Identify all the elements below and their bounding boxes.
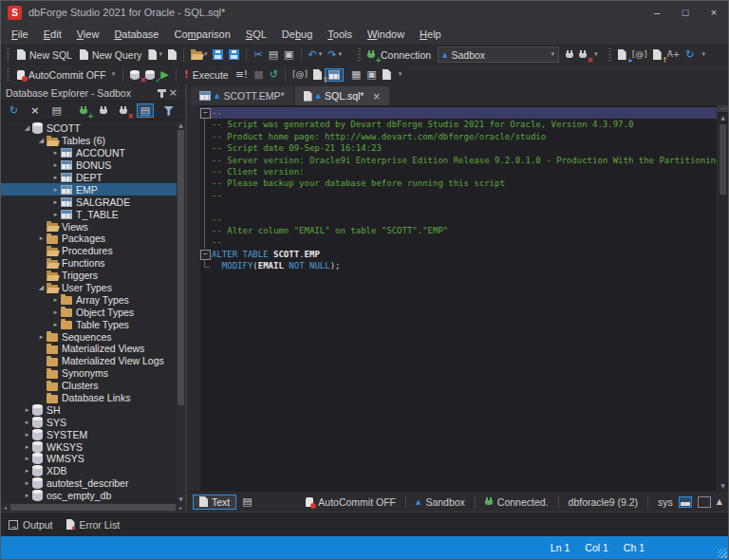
autocommit-status[interactable]: AutoCommit OFF: [306, 496, 396, 508]
layout-single-icon[interactable]: [698, 496, 711, 508]
code-line[interactable]: --: [200, 190, 717, 201]
stop-button[interactable]: ■: [251, 67, 266, 82]
tree-item-scott[interactable]: ◢SCOTT: [1, 122, 177, 135]
tree-item-user-types[interactable]: ◢User Types: [1, 282, 177, 294]
expander-icon[interactable]: ▸: [50, 308, 61, 316]
expander-icon[interactable]: ▸: [22, 467, 32, 475]
refresh-button[interactable]: ↻: [682, 47, 697, 62]
refresh-tree-button[interactable]: ↻: [7, 103, 21, 118]
menu-sql[interactable]: SQL: [238, 27, 274, 42]
expander-icon[interactable]: ▸: [50, 211, 61, 218]
code-line[interactable]: -- Product home page: http://www.devart.…: [200, 131, 717, 142]
scroll-down-icon[interactable]: ▼: [718, 481, 728, 491]
tab-error-list[interactable]: Error List: [66, 519, 121, 531]
filter-button[interactable]: [160, 104, 177, 118]
save-all-button[interactable]: [226, 47, 242, 62]
expander-icon[interactable]: ▸: [50, 186, 61, 194]
group-by-button[interactable]: ▤: [137, 103, 154, 118]
tree-item-account[interactable]: ▸ACCOUNT: [1, 147, 177, 159]
tree-item-wksys[interactable]: ▸WKSYS: [1, 440, 177, 453]
tree-horizontal-scrollbar[interactable]: ◂ ▸: [1, 503, 185, 512]
scrollbar-thumb[interactable]: [178, 130, 184, 405]
expander-icon[interactable]: ▸: [22, 431, 32, 439]
export-button[interactable]: ▸: [615, 47, 629, 62]
rename-button[interactable]: ↑: [650, 47, 664, 62]
undo-button[interactable]: ↶ ▾: [306, 47, 326, 62]
expander-icon[interactable]: ▸: [36, 234, 47, 242]
scroll-up-icon[interactable]: ▲: [718, 113, 728, 122]
expander-icon[interactable]: ▸: [50, 198, 61, 206]
fold-toggle-icon[interactable]: [200, 249, 212, 260]
new-object-button[interactable]: [165, 47, 179, 62]
connection-select[interactable]: ▲ Sadbox ▾: [438, 47, 559, 63]
connect-button[interactable]: [97, 104, 110, 118]
copy-button[interactable]: ▤: [266, 47, 281, 62]
disconnect-button[interactable]: ×: [576, 48, 589, 62]
scrollbar-thumb[interactable]: [10, 504, 176, 511]
redo-button[interactable]: ↷ ▾: [325, 47, 345, 62]
code-line[interactable]: -- Client version:: [200, 166, 717, 177]
splitter-handle[interactable]: [718, 105, 728, 113]
connection-status[interactable]: ▲ Sandbox: [416, 496, 465, 508]
tree-item-tables-6[interactable]: ◢Tables (6): [1, 135, 177, 147]
view-image-button[interactable]: ▣: [364, 67, 379, 82]
disconnect-button[interactable]: ×: [117, 104, 130, 118]
expander-icon[interactable]: ▸: [22, 406, 32, 414]
delete-button[interactable]: ×: [28, 103, 42, 118]
tree-item-object-types[interactable]: ▸Object Types: [1, 306, 177, 318]
code-line[interactable]: -- Script was generated by Devart dbForg…: [200, 119, 717, 130]
pin-button[interactable]: [158, 86, 166, 100]
font-size-button[interactable]: A+: [664, 48, 683, 61]
close-button[interactable]: ×: [700, 7, 728, 18]
tree-item-wmsys[interactable]: ▸WMSYS: [1, 453, 177, 465]
pages-icon[interactable]: ▤: [242, 496, 252, 507]
execute-script-button[interactable]: ≡!: [233, 67, 252, 82]
tree-item-procedures[interactable]: Procedures: [1, 245, 177, 257]
expander-icon[interactable]: ▸: [22, 479, 32, 487]
cut-button[interactable]: ✂: [251, 47, 265, 62]
tree-item-materialized-views[interactable]: Materialized Views: [1, 343, 177, 355]
toolbar-grip[interactable]: [7, 68, 9, 82]
tree-item-sh[interactable]: ▸SH: [1, 403, 177, 416]
expander-icon[interactable]: ▸: [50, 161, 61, 169]
autocommit-button[interactable]: AutoCommit OFF ▾: [13, 67, 119, 83]
expander-icon[interactable]: ◢: [36, 137, 47, 144]
tab-sql-sql[interactable]: ▲ SQL.sql* ×: [295, 86, 389, 105]
find-object-button[interactable]: [@]: [629, 48, 650, 61]
find-in-script-button[interactable]: [@]: [290, 68, 310, 81]
new-query-button[interactable]: New Query: [76, 47, 146, 63]
tree-item-array-types[interactable]: ▸Array Types: [1, 293, 177, 306]
expander-icon[interactable]: ▸: [36, 333, 47, 341]
scroll-right-icon[interactable]: ▸: [177, 504, 185, 511]
tab-scott-emp[interactable]: ▲ SCOTT.EMP*: [191, 86, 293, 105]
text-view-button[interactable]: Text: [193, 495, 236, 510]
menu-file[interactable]: File: [4, 27, 36, 42]
code-line[interactable]: -- Please backup your database before ru…: [200, 177, 717, 189]
expander-icon[interactable]: ▸: [22, 492, 32, 499]
user-status[interactable]: sys: [658, 496, 673, 508]
scroll-up-icon[interactable]: ▲: [177, 121, 185, 129]
toolbar-grip[interactable]: [358, 48, 361, 62]
tree-item-t-table[interactable]: ▸T_TABLE: [1, 208, 177, 220]
toolbar-grip[interactable]: [7, 48, 9, 62]
tree-item-materialized-view-logs[interactable]: Materialized View Logs: [1, 355, 177, 367]
code-line[interactable]: -- Alter column "EMAIL" on table "SCOTT"…: [200, 225, 717, 236]
code-line[interactable]: MODIFY(EMAIL NOT NULL);: [200, 260, 717, 271]
menu-window[interactable]: Window: [360, 27, 412, 42]
menu-help[interactable]: Help: [412, 27, 449, 42]
tree-item-dept[interactable]: ▸DEPT: [1, 172, 177, 184]
open-script-button[interactable]: ↑: [310, 67, 325, 82]
tree-item-triggers[interactable]: Triggers: [1, 270, 177, 282]
tree-item-clusters[interactable]: Clusters: [1, 380, 177, 392]
server-status[interactable]: dbforacle9 (9.2): [569, 496, 639, 508]
rollback-button[interactable]: ×: [127, 68, 142, 82]
tree-item-bonus[interactable]: ▸BONUS: [1, 159, 177, 172]
expander-icon[interactable]: ▸: [22, 419, 32, 426]
expander-icon[interactable]: ▸: [50, 296, 61, 304]
menu-comparison[interactable]: Comparison: [166, 27, 237, 42]
paste-button[interactable]: ▣: [281, 47, 296, 62]
tree-item-autotest-describer[interactable]: ▸autotest_describer: [1, 477, 177, 490]
sql-editor[interactable]: ---- Script was generated by Devart dbFo…: [187, 105, 728, 491]
tree-item-synonyms[interactable]: Synonyms: [1, 367, 177, 380]
close-tab-icon[interactable]: ×: [372, 91, 380, 102]
